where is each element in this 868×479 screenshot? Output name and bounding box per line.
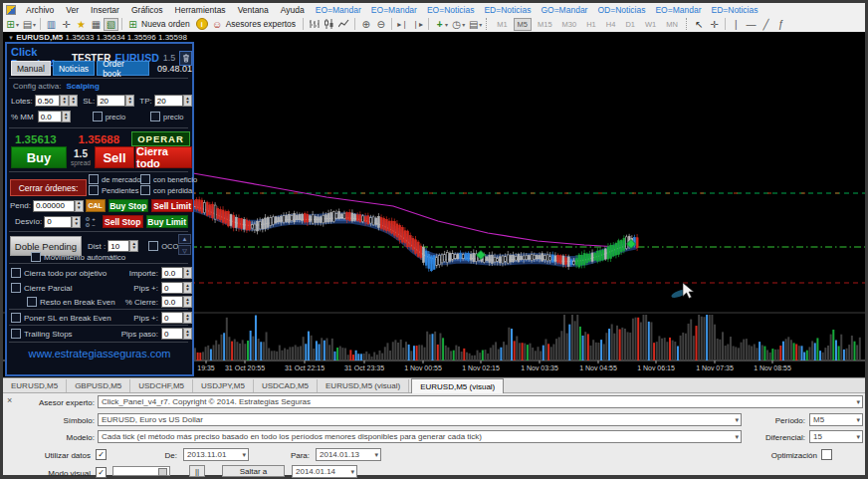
pips-plus2-stepper[interactable] xyxy=(183,312,192,324)
ea-menu-item-0[interactable]: EO=Mandar xyxy=(311,5,366,15)
ea-menu-item-7[interactable]: ED=Noticias xyxy=(706,5,762,15)
deviation-input[interactable]: 0 xyxy=(44,216,72,228)
dropdown-arrow-icon[interactable]: ▾ xyxy=(242,451,246,459)
crosshair-tool-icon[interactable]: ✛ xyxy=(707,18,722,31)
tp-input[interactable]: 20 xyxy=(154,95,183,107)
sl-stepper[interactable] xyxy=(125,95,134,107)
expert-advisors-icon[interactable]: ☺ xyxy=(210,18,225,31)
symbol-combobox[interactable]: EURUSD, Euro vs US Dollar ▾ xyxy=(98,413,742,426)
zoom-in-icon[interactable]: ⊕ xyxy=(358,18,373,31)
mm-input[interactable]: 0.0 xyxy=(38,111,62,122)
new-chart-dropdown-icon[interactable]: ▾ xyxy=(16,21,19,28)
skip-date-combobox[interactable]: 2014.01.14 ▾ xyxy=(292,465,357,478)
deviation-stepper[interactable] xyxy=(72,216,81,228)
mm-stepper[interactable] xyxy=(62,111,71,122)
fibonacci-tool-icon[interactable]: ƒ xyxy=(773,18,788,31)
buy-stop-button[interactable]: Buy Stop xyxy=(108,199,149,212)
strategy-tester-icon[interactable]: ▧ xyxy=(104,18,118,31)
distance-stepper[interactable] xyxy=(129,240,138,252)
tp-price-checkbox[interactable] xyxy=(150,112,160,121)
panel-tab-noticias[interactable]: Noticias xyxy=(53,61,95,76)
panel-tab-manual[interactable]: Manual xyxy=(11,61,51,76)
amount-stepper[interactable] xyxy=(183,267,192,279)
templates-dropdown-icon[interactable]: ▾ xyxy=(479,21,482,28)
auto-move-checkbox[interactable] xyxy=(31,252,41,262)
slider-thumb[interactable] xyxy=(158,468,167,476)
oco-checkbox[interactable] xyxy=(148,241,158,251)
zoom-out-icon[interactable]: ⊖ xyxy=(373,18,388,31)
close-pending-checkbox[interactable] xyxy=(89,185,99,195)
auto-scroll-icon[interactable]: ▸❘ xyxy=(395,18,410,31)
sign-minus[interactable]: ⚙ − xyxy=(85,222,96,228)
ea-menu-item-2[interactable]: EO=Noticias xyxy=(422,5,479,15)
pending-price-stepper[interactable] xyxy=(75,200,84,212)
ea-menu-item-3[interactable]: ED=Noticias xyxy=(479,5,536,15)
menu-item-ayuda[interactable]: Ayuda xyxy=(275,5,311,15)
rest-breakeven-checkbox[interactable] xyxy=(27,297,37,307)
periods-dropdown-icon[interactable]: ▾ xyxy=(462,21,465,28)
new-order-button[interactable]: Nueva orden xyxy=(141,19,190,29)
close-market-checkbox[interactable] xyxy=(89,174,99,184)
timeframe-d1[interactable]: D1 xyxy=(621,18,639,31)
cursor-tool-icon[interactable]: ↖ xyxy=(692,18,707,31)
timeframe-mn[interactable]: MN xyxy=(662,18,682,31)
pct-close-input[interactable]: 0.0 xyxy=(161,296,183,308)
cal-button[interactable]: CAL xyxy=(86,199,106,212)
timeframe-m5[interactable]: M5 xyxy=(514,18,532,31)
sl-breakeven-checkbox[interactable] xyxy=(11,313,21,323)
lots-stepper-2[interactable] xyxy=(69,95,78,107)
line-chart-mode-icon[interactable] xyxy=(336,18,351,31)
collapse-triangle-icon[interactable]: ▼ xyxy=(8,35,14,41)
close-target-checkbox[interactable] xyxy=(11,268,21,278)
to-date-combobox[interactable]: 2014.01.13 ▾ xyxy=(316,448,381,461)
navigator-icon[interactable]: ★ xyxy=(74,18,89,31)
lots-stepper[interactable] xyxy=(60,95,69,107)
amount-input[interactable]: 0.0 xyxy=(161,267,183,279)
pending-price-input[interactable]: 0.00000 xyxy=(33,200,75,212)
close-profit-checkbox[interactable] xyxy=(140,174,150,184)
ea-menu-item-1[interactable]: EO=Mandar xyxy=(366,5,422,15)
model-combobox[interactable]: Cada tick (el método más preciso basado … xyxy=(98,430,742,443)
panel-tab-orderbook[interactable]: Order book xyxy=(97,61,149,76)
timeframe-m30[interactable]: M30 xyxy=(558,18,581,31)
tester-tab-4[interactable]: USDCAD,M5 xyxy=(254,379,318,392)
timeframe-m15[interactable]: M15 xyxy=(534,18,556,31)
ea-menu-item-5[interactable]: OD=Noticias xyxy=(592,5,650,15)
lots-input[interactable]: 0.50 xyxy=(35,95,60,107)
terminal-icon[interactable]: ▦ xyxy=(89,18,104,31)
menu-item-ver[interactable]: Ver xyxy=(60,5,85,15)
visual-speed-slider[interactable] xyxy=(112,466,170,476)
profiles-dropdown-icon[interactable]: ▾ xyxy=(33,21,36,28)
operar-button[interactable]: OPERAR xyxy=(131,131,190,146)
timeframe-m1[interactable]: M1 xyxy=(493,18,511,31)
dropdown-arrow-icon[interactable]: ▾ xyxy=(856,416,860,424)
dropdown-arrow-icon[interactable]: ▾ xyxy=(856,433,860,441)
menu-item-archivo[interactable]: Archivo xyxy=(20,5,60,15)
buy-button[interactable]: Buy xyxy=(11,146,67,168)
optimization-checkbox[interactable] xyxy=(821,449,832,460)
period-combobox[interactable]: M5 ▾ xyxy=(809,413,863,426)
menu-item-gráficos[interactable]: Gráficos xyxy=(125,5,169,15)
sell-button[interactable]: Sell xyxy=(95,146,134,168)
tester-tab-5[interactable]: EURUSD,M5 (visual) xyxy=(318,379,409,392)
trendline-tool-icon[interactable]: ╱ xyxy=(759,18,773,31)
pips-step-stepper[interactable] xyxy=(183,328,192,340)
timeframe-w1[interactable]: W1 xyxy=(641,18,660,31)
trailing-stops-checkbox[interactable] xyxy=(11,329,21,339)
pips-plus1-stepper[interactable] xyxy=(183,282,192,294)
vertical-line-tool-icon[interactable]: | xyxy=(729,18,744,31)
menu-item-herramientas[interactable]: Herramientas xyxy=(169,5,232,15)
tester-tab-0[interactable]: EURUSD,M5 xyxy=(3,379,67,392)
info-icon[interactable]: i xyxy=(196,18,208,30)
from-date-combobox[interactable]: 2013.11.01 ▾ xyxy=(183,448,249,461)
pips-step-input[interactable]: 0 xyxy=(161,328,183,340)
dropdown-arrow-icon[interactable]: ▾ xyxy=(350,468,354,476)
ea-menu-item-6[interactable]: EO=Mandar xyxy=(650,5,706,15)
deviation-sign-toggle[interactable]: ⚙ + ⚙ − xyxy=(85,216,96,228)
sl-price-checkbox[interactable] xyxy=(93,112,103,121)
sell-stop-button[interactable]: Sell Stop xyxy=(103,215,143,228)
buy-limit-button[interactable]: Buy Limit xyxy=(146,215,188,228)
pips-plus2-input[interactable]: 0 xyxy=(161,312,183,324)
pending-up-button[interactable]: ▲ xyxy=(178,234,191,244)
tester-tab-2[interactable]: USDCHF,M5 xyxy=(130,379,193,392)
